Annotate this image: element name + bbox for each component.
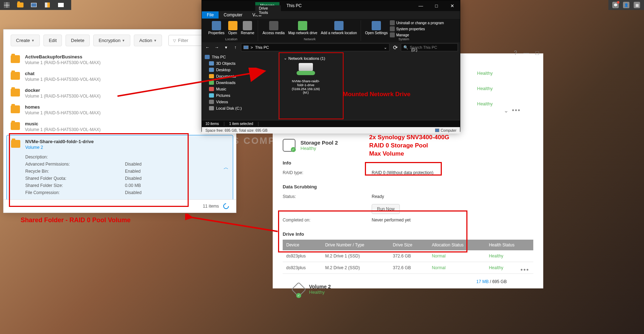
selected-folder-volume: Volume 2: [25, 145, 219, 150]
encryption-button[interactable]: Encryption ▼: [93, 35, 130, 46]
folder-icon[interactable]: [14, 0, 27, 10]
properties-icon: [212, 21, 221, 30]
pictures-icon: [209, 93, 214, 98]
annotation-text: 2x Synology SNV3400-400G RAID 0 Storage …: [369, 134, 449, 158]
drive-d-label: (D:): [411, 48, 417, 52]
run-now-button[interactable]: Run Now: [372, 204, 400, 214]
pc-icon: [205, 55, 210, 59]
chevron-down-icon: ▼: [31, 39, 35, 42]
folder-icon: [11, 122, 20, 130]
open-settings-button[interactable]: Open Settings: [364, 20, 389, 37]
table-row[interactable]: ds923plus M.2 Drive 2 (SSD) 372.6 GB Nor…: [283, 262, 533, 274]
docs-icon[interactable]: [41, 0, 54, 10]
user-icon[interactable]: 👤: [623, 2, 629, 8]
add-network-button[interactable]: Add a network location: [319, 20, 358, 36]
minimize-button[interactable]: —: [413, 0, 429, 11]
chevron-down-icon: ▼: [153, 39, 157, 42]
drive-table: Device Drive Number / Type Drive Size Al…: [283, 240, 533, 274]
sysprops-icon: [390, 26, 395, 31]
address-bar[interactable]: >This PC⌄: [241, 43, 389, 51]
open-icon: [228, 21, 237, 30]
apps-icon[interactable]: [0, 0, 14, 10]
maximize-button[interactable]: □: [429, 0, 444, 11]
sys-props-button[interactable]: System properties: [390, 26, 444, 31]
create-button[interactable]: Create ▼: [11, 35, 40, 46]
manage-tab[interactable]: Manage Drive Tools: [255, 2, 279, 9]
tree-item[interactable]: Desktop: [202, 67, 278, 73]
pool-health: Healthy: [300, 146, 338, 151]
manage-icon: [390, 32, 395, 37]
computer-label: Computer: [435, 129, 456, 132]
health-status: Healthy: [477, 71, 493, 76]
chevron-down-icon: ▼: [122, 39, 125, 42]
status-bar: 10 items 1 item selected: [202, 120, 460, 127]
tree-item[interactable]: Downloads: [202, 79, 278, 86]
tree-item[interactable]: Pictures: [202, 92, 278, 99]
pool-actions: ⌄ •••: [504, 107, 521, 114]
uninstall-button[interactable]: Uninstall or change a program: [390, 20, 444, 25]
help-button[interactable]: ?: [514, 50, 517, 56]
window-title: This PC: [287, 3, 302, 8]
dashboard-icon[interactable]: ▦: [634, 2, 640, 8]
tree-item[interactable]: Documents: [202, 73, 278, 79]
nav-bar: ← → ▾ ↑ >This PC⌄ ⟳ 🔍 Search This PC: [202, 42, 460, 52]
chevron-up-icon[interactable]: ︿: [224, 165, 229, 171]
close-button[interactable]: ✕: [444, 0, 460, 11]
download-icon: [209, 80, 214, 85]
maximize-button[interactable]: □: [535, 50, 539, 56]
dsm-taskbar: [0, 0, 71, 10]
desktop-icon: [209, 68, 214, 72]
folder-icon: [209, 74, 214, 78]
windows-explorer: Manage Drive Tools This PC — □ ✕ File Co…: [201, 0, 460, 132]
table-row[interactable]: ds923plus M.2 Drive 1 (SSD) 372.6 GB Nor…: [283, 250, 533, 262]
tree-item[interactable]: Music: [202, 86, 278, 92]
tree-item[interactable]: 3D Objects: [202, 60, 278, 67]
network-drive-item[interactable]: NVMe-Share-raid0-foldr-1-drive (\\169.25…: [289, 63, 322, 95]
back-button[interactable]: ←: [204, 44, 211, 51]
ribbon-tabs: File Computer View: [202, 11, 460, 19]
chat-icon[interactable]: 💬: [612, 2, 619, 8]
access-media-button[interactable]: Access media: [261, 20, 286, 36]
annotation-text: Mounted Netowrk Drive: [343, 91, 410, 98]
properties-button[interactable]: Properties: [207, 20, 226, 36]
monitor-icon[interactable]: [27, 0, 41, 10]
search-input[interactable]: 🔍 Search This PC: [401, 43, 458, 51]
drive-tools-tab[interactable]: Drive Tools: [255, 5, 281, 15]
video-icon: [209, 100, 214, 104]
pc-icon: [244, 46, 248, 49]
chevron-down-icon[interactable]: ⌄: [504, 107, 508, 114]
details-bar: Space free: 695 GB, Total size: 695 GB C…: [202, 127, 460, 134]
tab-computer[interactable]: Computer: [219, 11, 247, 19]
status-selected: 1 item selected: [229, 122, 253, 126]
manage-button[interactable]: Manage: [390, 32, 444, 37]
edit-button[interactable]: Edit: [43, 35, 62, 46]
info-section: Info RAID type:RAID 0 (Without data prot…: [279, 157, 537, 181]
nav-tree: This PC 3D Objects Desktop Documents Dow…: [202, 52, 279, 120]
more-options-button[interactable]: •••: [512, 107, 521, 114]
recent-button[interactable]: ▾: [222, 44, 230, 51]
refresh-icon[interactable]: [222, 202, 230, 210]
list-item-selected[interactable]: NVMe-Share-raid0-foldr-1-drive Volume 2 …: [6, 135, 233, 202]
gear-icon: [372, 21, 381, 30]
network-icon: [334, 21, 344, 30]
panel-icon[interactable]: [54, 0, 68, 10]
map-drive-button[interactable]: Map network drive: [287, 20, 319, 36]
pool-title: Storage Pool 2: [300, 140, 338, 146]
minimize-button[interactable]: —: [523, 50, 529, 56]
tree-root[interactable]: This PC: [202, 54, 278, 60]
forward-button[interactable]: →: [213, 44, 220, 51]
up-button[interactable]: ↑: [232, 44, 239, 51]
tree-item[interactable]: Local Disk (C:): [202, 105, 278, 111]
tab-file[interactable]: File: [202, 11, 219, 19]
action-button[interactable]: Action ▼: [134, 35, 162, 46]
content-pane: (D:) ⌄ Network locations (1) NVMe-Share-…: [279, 52, 460, 120]
volume-more-button[interactable]: •••: [520, 266, 529, 274]
rename-button[interactable]: Rename: [240, 20, 256, 36]
refresh-button[interactable]: ⟳: [392, 44, 399, 51]
volume-icon: [291, 282, 306, 297]
item-count: 11 items: [203, 204, 219, 209]
open-button[interactable]: Open: [227, 20, 239, 36]
annotation-text: Shared Folder - RAID 0 Pool Volume: [21, 216, 131, 224]
tree-item[interactable]: Videos: [202, 99, 278, 105]
delete-button[interactable]: Delete: [66, 35, 90, 46]
